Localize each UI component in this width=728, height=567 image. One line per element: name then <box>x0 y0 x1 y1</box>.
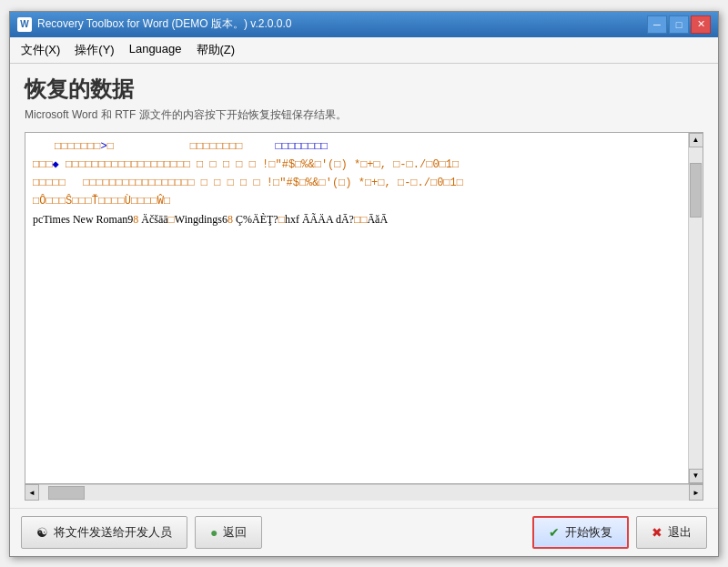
start-recovery-icon: ✔ <box>549 525 560 540</box>
start-recovery-button[interactable]: ✔ 开始恢复 <box>532 516 629 549</box>
close-button[interactable]: ✕ <box>691 15 711 34</box>
window-title: Recovery Toolbox for Word (DEMO 版本。) v.2… <box>37 16 647 32</box>
back-button[interactable]: ● 返回 <box>195 516 262 549</box>
menu-help[interactable]: 帮助(Z) <box>189 39 243 61</box>
exit-button[interactable]: ✖ 退出 <box>636 516 707 549</box>
main-window: W Recovery Toolbox for Word (DEMO 版本。) v… <box>9 11 719 557</box>
page-title: 恢复的数据 <box>25 75 703 104</box>
subtitle: Microsoft Word 和 RTF 源文件的内容按下开始恢复按钮保存结果。 <box>25 107 703 123</box>
scroll-down-button[interactable]: ▼ <box>689 469 703 483</box>
exit-icon: ✖ <box>652 525 662 540</box>
h-scroll-thumb[interactable] <box>48 486 85 500</box>
menu-operate[interactable]: 操作(Y) <box>67 39 121 61</box>
back-icon: ● <box>210 525 217 540</box>
scroll-track[interactable] <box>689 147 703 469</box>
menu-file[interactable]: 文件(X) <box>14 39 67 61</box>
maximize-button[interactable]: □ <box>669 15 689 34</box>
title-bar: W Recovery Toolbox for Word (DEMO 版本。) v… <box>10 12 718 37</box>
h-scroll-track[interactable] <box>39 485 689 501</box>
text-line-3: □□□□□ □□□□□□□□□□□□□□□□□ □ □ □ □ □ !□"#$□… <box>33 175 681 191</box>
send-file-icon: ☯ <box>36 525 48 540</box>
minimize-button[interactable]: ─ <box>647 15 667 34</box>
content-area: 恢复的数据 Microsoft Word 和 RTF 源文件的内容按下开始恢复按… <box>10 64 718 508</box>
horizontal-scrollbar[interactable]: ◄ ► <box>25 484 703 501</box>
menu-bar: 文件(X) 操作(Y) Language 帮助(Z) <box>10 37 718 64</box>
scroll-up-button[interactable]: ▲ <box>689 133 703 147</box>
bottom-bar: ☯ 将文件发送给开发人员 ● 返回 ✔ 开始恢复 ✖ 退出 <box>10 508 718 556</box>
recovered-text-box[interactable]: □□□□□□□>□ □□□□□□□□ □□□□□□□□ □□□◆ □□□□□□□… <box>25 133 688 483</box>
text-line-2: □□□◆ □□□□□□□□□□□□□□□□□□□ □ □ □ □ □ !□"#$… <box>33 157 681 173</box>
text-line-5: pcTimes New Roman98 Äčšāā□Wingdings68 Ç%… <box>33 211 681 228</box>
send-file-button[interactable]: ☯ 将文件发送给开发人员 <box>21 516 187 549</box>
scroll-right-button[interactable]: ► <box>689 484 703 501</box>
text-line-1: □□□□□□□>□ □□□□□□□□ □□□□□□□□ <box>33 138 681 155</box>
text-box-container: □□□□□□□>□ □□□□□□□□ □□□□□□□□ □□□◆ □□□□□□□… <box>25 132 703 484</box>
menu-language[interactable]: Language <box>122 39 189 61</box>
scroll-left-button[interactable]: ◄ <box>25 484 39 501</box>
vertical-scrollbar[interactable]: ▲ ▼ <box>688 133 703 483</box>
scroll-thumb[interactable] <box>690 163 702 218</box>
text-line-4: □Ô□□□Ŝ□□□Ť□□□□Ù□□□□Ŵ□ <box>33 193 681 209</box>
app-icon: W <box>17 17 32 32</box>
window-controls: ─ □ ✕ <box>647 15 711 34</box>
